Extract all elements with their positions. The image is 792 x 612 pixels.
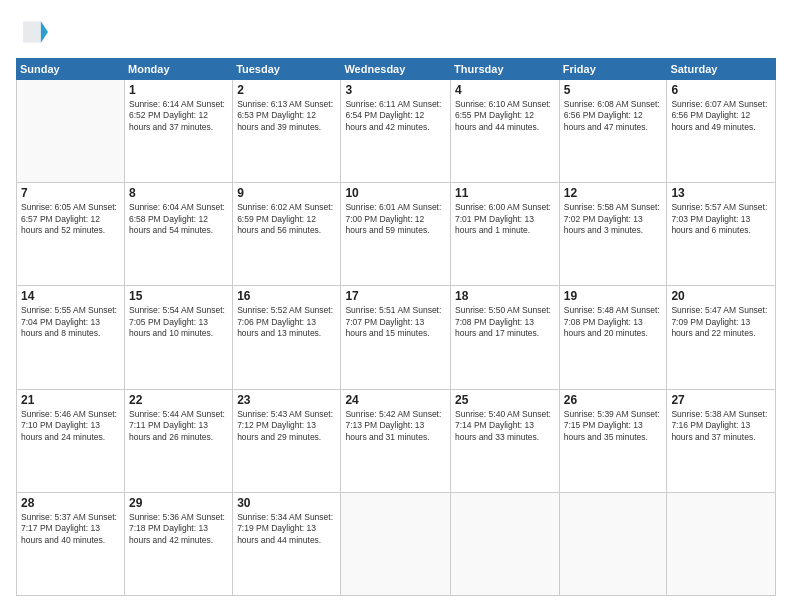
header	[16, 16, 776, 48]
calendar-cell	[451, 492, 560, 595]
day-number: 15	[129, 289, 228, 303]
day-detail: Sunrise: 5:37 AM Sunset: 7:17 PM Dayligh…	[21, 512, 120, 546]
day-number: 30	[237, 496, 336, 510]
calendar-cell: 30Sunrise: 5:34 AM Sunset: 7:19 PM Dayli…	[233, 492, 341, 595]
day-detail: Sunrise: 6:08 AM Sunset: 6:56 PM Dayligh…	[564, 99, 663, 133]
day-detail: Sunrise: 6:13 AM Sunset: 6:53 PM Dayligh…	[237, 99, 336, 133]
day-number: 17	[345, 289, 446, 303]
calendar-cell: 10Sunrise: 6:01 AM Sunset: 7:00 PM Dayli…	[341, 183, 451, 286]
header-day: Tuesday	[233, 59, 341, 80]
day-number: 27	[671, 393, 771, 407]
calendar-cell: 2Sunrise: 6:13 AM Sunset: 6:53 PM Daylig…	[233, 80, 341, 183]
day-number: 9	[237, 186, 336, 200]
header-day: Monday	[125, 59, 233, 80]
calendar-cell: 1Sunrise: 6:14 AM Sunset: 6:52 PM Daylig…	[125, 80, 233, 183]
day-detail: Sunrise: 5:38 AM Sunset: 7:16 PM Dayligh…	[671, 409, 771, 443]
day-number: 12	[564, 186, 663, 200]
day-number: 18	[455, 289, 555, 303]
day-detail: Sunrise: 6:11 AM Sunset: 6:54 PM Dayligh…	[345, 99, 446, 133]
day-number: 7	[21, 186, 120, 200]
day-number: 23	[237, 393, 336, 407]
calendar-cell: 6Sunrise: 6:07 AM Sunset: 6:56 PM Daylig…	[667, 80, 776, 183]
header-row: SundayMondayTuesdayWednesdayThursdayFrid…	[17, 59, 776, 80]
day-detail: Sunrise: 6:02 AM Sunset: 6:59 PM Dayligh…	[237, 202, 336, 236]
calendar-cell	[341, 492, 451, 595]
day-number: 8	[129, 186, 228, 200]
day-number: 19	[564, 289, 663, 303]
day-number: 21	[21, 393, 120, 407]
calendar-cell	[559, 492, 667, 595]
calendar-cell: 14Sunrise: 5:55 AM Sunset: 7:04 PM Dayli…	[17, 286, 125, 389]
calendar-cell: 15Sunrise: 5:54 AM Sunset: 7:05 PM Dayli…	[125, 286, 233, 389]
day-number: 22	[129, 393, 228, 407]
calendar-header: SundayMondayTuesdayWednesdayThursdayFrid…	[17, 59, 776, 80]
calendar-body: 1Sunrise: 6:14 AM Sunset: 6:52 PM Daylig…	[17, 80, 776, 596]
day-detail: Sunrise: 5:42 AM Sunset: 7:13 PM Dayligh…	[345, 409, 446, 443]
calendar-cell: 11Sunrise: 6:00 AM Sunset: 7:01 PM Dayli…	[451, 183, 560, 286]
day-number: 6	[671, 83, 771, 97]
day-detail: Sunrise: 5:47 AM Sunset: 7:09 PM Dayligh…	[671, 305, 771, 339]
calendar-cell: 7Sunrise: 6:05 AM Sunset: 6:57 PM Daylig…	[17, 183, 125, 286]
calendar-cell: 24Sunrise: 5:42 AM Sunset: 7:13 PM Dayli…	[341, 389, 451, 492]
calendar-cell: 5Sunrise: 6:08 AM Sunset: 6:56 PM Daylig…	[559, 80, 667, 183]
day-detail: Sunrise: 5:55 AM Sunset: 7:04 PM Dayligh…	[21, 305, 120, 339]
day-detail: Sunrise: 5:50 AM Sunset: 7:08 PM Dayligh…	[455, 305, 555, 339]
day-detail: Sunrise: 6:01 AM Sunset: 7:00 PM Dayligh…	[345, 202, 446, 236]
calendar-cell	[667, 492, 776, 595]
calendar-cell: 16Sunrise: 5:52 AM Sunset: 7:06 PM Dayli…	[233, 286, 341, 389]
logo	[16, 16, 52, 48]
header-day: Thursday	[451, 59, 560, 80]
day-number: 16	[237, 289, 336, 303]
calendar-cell: 8Sunrise: 6:04 AM Sunset: 6:58 PM Daylig…	[125, 183, 233, 286]
day-number: 10	[345, 186, 446, 200]
day-detail: Sunrise: 6:10 AM Sunset: 6:55 PM Dayligh…	[455, 99, 555, 133]
day-detail: Sunrise: 5:48 AM Sunset: 7:08 PM Dayligh…	[564, 305, 663, 339]
calendar-cell: 4Sunrise: 6:10 AM Sunset: 6:55 PM Daylig…	[451, 80, 560, 183]
header-day: Sunday	[17, 59, 125, 80]
calendar-cell: 22Sunrise: 5:44 AM Sunset: 7:11 PM Dayli…	[125, 389, 233, 492]
calendar-cell: 20Sunrise: 5:47 AM Sunset: 7:09 PM Dayli…	[667, 286, 776, 389]
day-detail: Sunrise: 5:43 AM Sunset: 7:12 PM Dayligh…	[237, 409, 336, 443]
calendar-cell: 19Sunrise: 5:48 AM Sunset: 7:08 PM Dayli…	[559, 286, 667, 389]
day-number: 26	[564, 393, 663, 407]
calendar-cell: 9Sunrise: 6:02 AM Sunset: 6:59 PM Daylig…	[233, 183, 341, 286]
calendar-table: SundayMondayTuesdayWednesdayThursdayFrid…	[16, 58, 776, 596]
calendar-cell: 21Sunrise: 5:46 AM Sunset: 7:10 PM Dayli…	[17, 389, 125, 492]
header-day: Wednesday	[341, 59, 451, 80]
calendar-cell: 27Sunrise: 5:38 AM Sunset: 7:16 PM Dayli…	[667, 389, 776, 492]
day-number: 2	[237, 83, 336, 97]
day-number: 29	[129, 496, 228, 510]
calendar-week: 14Sunrise: 5:55 AM Sunset: 7:04 PM Dayli…	[17, 286, 776, 389]
day-detail: Sunrise: 6:04 AM Sunset: 6:58 PM Dayligh…	[129, 202, 228, 236]
calendar-cell: 26Sunrise: 5:39 AM Sunset: 7:15 PM Dayli…	[559, 389, 667, 492]
day-detail: Sunrise: 6:00 AM Sunset: 7:01 PM Dayligh…	[455, 202, 555, 236]
day-number: 5	[564, 83, 663, 97]
calendar-cell: 12Sunrise: 5:58 AM Sunset: 7:02 PM Dayli…	[559, 183, 667, 286]
calendar-cell: 17Sunrise: 5:51 AM Sunset: 7:07 PM Dayli…	[341, 286, 451, 389]
day-detail: Sunrise: 5:44 AM Sunset: 7:11 PM Dayligh…	[129, 409, 228, 443]
calendar-cell: 25Sunrise: 5:40 AM Sunset: 7:14 PM Dayli…	[451, 389, 560, 492]
calendar-cell: 18Sunrise: 5:50 AM Sunset: 7:08 PM Dayli…	[451, 286, 560, 389]
day-detail: Sunrise: 6:14 AM Sunset: 6:52 PM Dayligh…	[129, 99, 228, 133]
day-detail: Sunrise: 6:05 AM Sunset: 6:57 PM Dayligh…	[21, 202, 120, 236]
svg-marker-1	[23, 21, 41, 42]
header-day: Saturday	[667, 59, 776, 80]
day-detail: Sunrise: 5:46 AM Sunset: 7:10 PM Dayligh…	[21, 409, 120, 443]
day-number: 28	[21, 496, 120, 510]
day-detail: Sunrise: 5:51 AM Sunset: 7:07 PM Dayligh…	[345, 305, 446, 339]
calendar-week: 1Sunrise: 6:14 AM Sunset: 6:52 PM Daylig…	[17, 80, 776, 183]
day-detail: Sunrise: 5:54 AM Sunset: 7:05 PM Dayligh…	[129, 305, 228, 339]
svg-marker-0	[41, 21, 48, 42]
calendar-week: 28Sunrise: 5:37 AM Sunset: 7:17 PM Dayli…	[17, 492, 776, 595]
page: SundayMondayTuesdayWednesdayThursdayFrid…	[0, 0, 792, 612]
day-number: 20	[671, 289, 771, 303]
day-detail: Sunrise: 5:57 AM Sunset: 7:03 PM Dayligh…	[671, 202, 771, 236]
day-detail: Sunrise: 5:52 AM Sunset: 7:06 PM Dayligh…	[237, 305, 336, 339]
day-number: 1	[129, 83, 228, 97]
day-detail: Sunrise: 5:36 AM Sunset: 7:18 PM Dayligh…	[129, 512, 228, 546]
day-detail: Sunrise: 5:40 AM Sunset: 7:14 PM Dayligh…	[455, 409, 555, 443]
day-number: 14	[21, 289, 120, 303]
logo-icon	[16, 16, 48, 48]
calendar-cell: 23Sunrise: 5:43 AM Sunset: 7:12 PM Dayli…	[233, 389, 341, 492]
day-detail: Sunrise: 5:39 AM Sunset: 7:15 PM Dayligh…	[564, 409, 663, 443]
